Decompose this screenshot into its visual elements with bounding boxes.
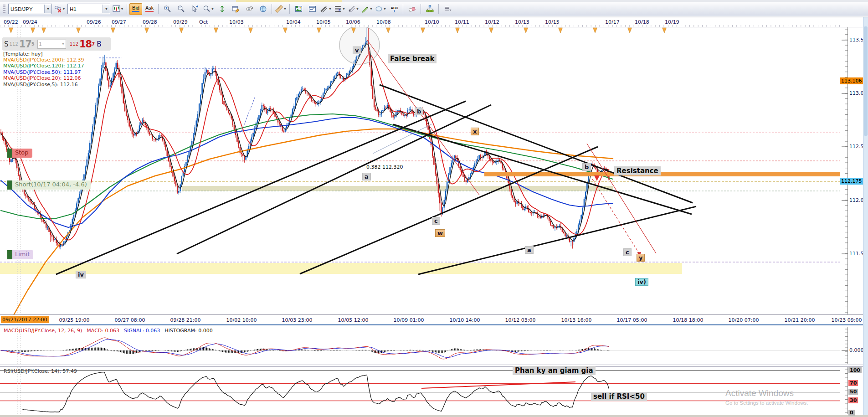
buy-button[interactable]: B [97, 40, 101, 48]
rsi-axis-label: 30 [848, 397, 858, 403]
windows-activation-watermark: Activate Windows Go to Settings to activ… [725, 388, 808, 406]
mva-readout-list: MVA(USD/JPY.Close,200): 112.39MVA(USD/JP… [3, 57, 84, 88]
window-bottom-edge [0, 415, 868, 417]
scrollbar-thumb[interactable] [864, 26, 868, 136]
time-axis-label: 09/27 08:00 [115, 317, 145, 323]
mva-readout: MVA(USD/JPY.Close,120): 112.17 [3, 63, 84, 69]
time-axis-label: 10/09 01:00 [394, 317, 424, 323]
sell-price[interactable]: 17 [19, 39, 31, 50]
date-axis-label: 10/12 [485, 19, 499, 25]
short-position-label[interactable]: Short(10/17 04:04, -4.6) [7, 180, 91, 190]
date-axis-label: 10/17 [605, 19, 620, 25]
wave-c2-label[interactable]: c [623, 248, 632, 256]
time-axis-label: 10/17 05:00 [617, 317, 647, 323]
order-handle[interactable] [7, 149, 12, 158]
wave-x-label[interactable]: x [471, 128, 479, 135]
mva-readout: MVA(USD/JPY.Close,200): 112.39 [3, 57, 84, 63]
date-axis-label: 09/27 [112, 19, 126, 25]
time-axis-label: 10/03 23:00 [282, 317, 313, 323]
rsi-axis-label: 100 [848, 367, 862, 373]
date-axis-label: 10/15 [545, 19, 560, 25]
wave-c1-label[interactable]: c [432, 217, 440, 225]
date-axis-label: 10/10 [425, 19, 439, 25]
macd-histogram-value: HISTOGRAM: 0.000 [164, 328, 212, 334]
time-axis-label: 10/02 10:00 [226, 317, 257, 323]
quantity-stepper[interactable]: 1▼ [37, 40, 66, 49]
time-axis-label: 10/20 07:00 [729, 317, 759, 323]
rsi-indicator-label: RSI(USD/JPY.Close, 14): 57.49 [4, 368, 77, 374]
wave-w-label[interactable]: w [435, 229, 445, 237]
date-axis-label: 10/19 [665, 19, 679, 25]
date-axis-label: 09/28 [143, 19, 157, 25]
rsi-note[interactable]: sell if RSI<50 [591, 392, 647, 401]
time-axis-label: 10/23 09:00 [832, 317, 862, 323]
timeaxis-macd-divider[interactable] [0, 324, 868, 325]
time-axis-label: 10/05 12:00 [338, 317, 369, 323]
mva-readout: MVA(USD/JPY.Close,50): 111.97 [3, 69, 84, 75]
time-axis-label: 10/18 18:00 [673, 317, 704, 323]
macd-value: MACD: 0.063 [87, 328, 119, 334]
order-handle[interactable] [7, 250, 12, 259]
wave-a1-label[interactable]: a [362, 173, 371, 180]
wave-iv-label[interactable]: iv [76, 271, 86, 278]
sell-price-pip: 5 [31, 41, 35, 46]
vertical-scrollbar[interactable] [863, 17, 868, 415]
time-axis-label: 09/28 21:00 [170, 317, 201, 323]
date-axis-label: 09/29 [173, 19, 188, 25]
template-label: [Template: huy] [3, 51, 42, 57]
date-axis-label: 10/06 [346, 19, 360, 25]
fib-level-label[interactable]: 0.382 112.320 [366, 164, 403, 170]
mva-readout: MVA(USD/JPY.Close,5): 112.16 [3, 82, 84, 88]
macd-label: MACD(USD/JPY.Close, 12, 26, 9) [4, 328, 82, 334]
stop-order-label[interactable]: Stop [7, 149, 32, 158]
date-axis-label: Oct [199, 19, 208, 25]
false-break-label[interactable]: False break [388, 54, 437, 63]
wave-v-label[interactable]: v [353, 46, 361, 54]
wave-b2-label[interactable]: b [582, 163, 591, 171]
chart-timeaxis-divider [0, 314, 868, 315]
date-axis-label: 09/22 [4, 19, 18, 25]
macd-indicator-labels: MACD(USD/JPY.Close, 12, 26, 9) MACD: 0.0… [4, 328, 213, 334]
sell-button[interactable]: S [4, 40, 9, 48]
date-axis-label: 10/05 [316, 19, 331, 25]
date-axis-label: 10/08 [376, 19, 391, 25]
date-axis-label: 10/03 [229, 19, 244, 25]
resistance-label[interactable]: Resistance [614, 166, 661, 175]
wave-y-label[interactable]: y [637, 254, 645, 262]
mva-readout: MVA(USD/JPY.Close,20): 112.06 [3, 75, 84, 81]
quote-panel: S 112 17 5 1▼ 112 18 7 B [2, 37, 111, 51]
time-axis-label: 09/21/2017 22:00 [1, 316, 49, 323]
wave-iv2-label[interactable]: iv) [635, 278, 648, 286]
date-axis-label: 10/13 [515, 19, 529, 25]
wave-a2-label[interactable]: a [525, 246, 534, 254]
date-axis-label: 10/11 [455, 19, 469, 25]
time-axis-label: 10/21 20:00 [785, 317, 815, 323]
macd-rsi-divider2 [0, 366, 868, 367]
date-axis-label: 10/18 [635, 19, 649, 25]
buy-price-pip: 7 [92, 41, 95, 46]
time-axis-label: 09/25 19:00 [59, 317, 90, 323]
trading-app-window: USD/JPY▼▼H1▼▼BidAsk▼▼▼F▼▼▼▼ABC 09/2209/2… [0, 0, 868, 417]
divergence-note[interactable]: Phan ky an giam gia [513, 366, 596, 375]
macd-axis-label: 0.000 [849, 347, 864, 353]
macd-signal-value: SIGNAL: 0.063 [124, 328, 160, 334]
date-axis-label: 09/24 [23, 19, 37, 25]
rsi-axis-label: 0 [848, 410, 855, 416]
rsi-axis-label: 50 [848, 389, 858, 395]
sell-price-big-figure: 112 [10, 41, 18, 46]
chevron-down-icon: ▼ [62, 42, 66, 46]
limit-order-label[interactable]: Limit [7, 250, 33, 259]
time-axis-label: 10/10 14:00 [450, 317, 480, 323]
date-axis-label: 10/04 [286, 19, 301, 25]
order-handle[interactable] [7, 180, 12, 190]
time-axis-label: 10/12 03:00 [505, 317, 536, 323]
date-axis-label: 09/26 [87, 19, 101, 25]
macd-rsi-divider[interactable] [0, 365, 868, 365]
time-axis-label: 10/13 16:00 [561, 317, 592, 323]
price-badge: 112.175 [840, 178, 863, 185]
rsi-axis-label: 70 [848, 380, 858, 386]
buy-price-big-figure: 112 [70, 41, 78, 46]
buy-price[interactable]: 18 [79, 39, 92, 50]
price-badge: 113.106 [840, 77, 863, 84]
wave-b1-label[interactable]: b [415, 108, 423, 115]
